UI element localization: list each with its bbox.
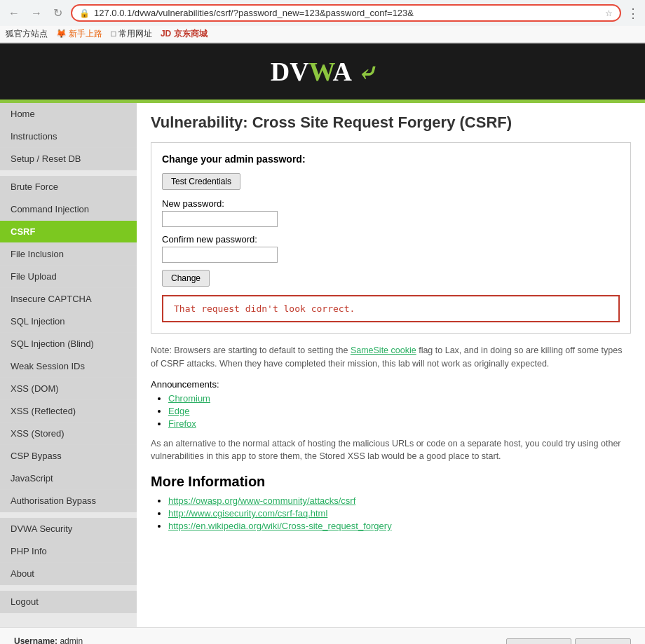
bookmark-common[interactable]: □ 常用网址 bbox=[111, 28, 152, 40]
dvwa-logo: DVWA ⤶ bbox=[13, 56, 632, 87]
sidebar-item-sql-injection[interactable]: SQL Injection bbox=[0, 310, 137, 333]
test-credentials-button[interactable]: Test Credentials bbox=[162, 173, 240, 190]
confirm-password-input[interactable] bbox=[162, 247, 278, 263]
sidebar-item-xss-stored[interactable]: XSS (Stored) bbox=[0, 423, 137, 445]
confirm-password-group: Confirm new password: bbox=[162, 234, 620, 263]
sidebar-item-weak-session-ids[interactable]: Weak Session IDs bbox=[0, 355, 137, 378]
sidebar-item-javascript[interactable]: JavaScript bbox=[0, 467, 137, 490]
bookmark-official[interactable]: 狐官方站点 bbox=[6, 28, 48, 40]
samesite-link[interactable]: SameSite cookie bbox=[351, 345, 416, 355]
address-bar[interactable] bbox=[94, 8, 601, 18]
dvwa-header: DVWA ⤶ bbox=[0, 43, 645, 100]
username-value: admin bbox=[60, 636, 83, 644]
sidebar-item-xss-reflected[interactable]: XSS (Reflected) bbox=[0, 400, 137, 423]
sidebar-item-file-inclusion[interactable]: File Inclusion bbox=[0, 243, 137, 266]
error-message: That request didn't look correct. bbox=[174, 303, 355, 314]
more-info-title: More Information bbox=[151, 474, 631, 490]
sidebar-item-php-info[interactable]: PHP Info bbox=[0, 540, 137, 563]
sidebar-item-brute-force[interactable]: Brute Force bbox=[0, 176, 137, 198]
sidebar-item-sql-injection-blind[interactable]: SQL Injection (Blind) bbox=[0, 333, 137, 355]
sidebar-item-file-upload[interactable]: File Upload bbox=[0, 266, 137, 288]
browser-chrome: ← → ↻ 🔒 ☆ ⋮ 狐官方站点 🦊 新手上路 □ 常用网址 JD 京东商城 bbox=[0, 0, 645, 43]
more-info-item-1: https://owasp.org/www-community/attacks/… bbox=[168, 495, 631, 506]
more-info-item-2: http://www.cgisecurity.com/csrf-faq.html bbox=[168, 508, 631, 519]
lock-icon: 🔒 bbox=[79, 8, 90, 18]
content-area: Vulnerability: Cross Site Request Forger… bbox=[137, 103, 645, 627]
chromium-link[interactable]: Chromium bbox=[168, 393, 210, 404]
more-info-section: More Information https://owasp.org/www-c… bbox=[151, 474, 631, 531]
view-help-button[interactable]: View Help bbox=[575, 638, 631, 644]
edge-link[interactable]: Edge bbox=[168, 406, 189, 416]
footer-username: Username: admin bbox=[14, 635, 113, 644]
alt-attack-text: As an alternative to the normal attack o… bbox=[151, 437, 631, 464]
announcements-title: Announcements: bbox=[151, 379, 631, 390]
menu-button[interactable]: ⋮ bbox=[627, 6, 639, 21]
reload-button[interactable]: ↻ bbox=[50, 5, 65, 21]
firefox-link[interactable]: Firefox bbox=[168, 418, 196, 429]
announcements-section: Announcements: Chromium Edge Firefox bbox=[151, 379, 631, 429]
sidebar-item-instructions[interactable]: Instructions bbox=[0, 125, 137, 148]
sidebar-item-setup[interactable]: Setup / Reset DB bbox=[0, 148, 137, 170]
announcement-edge: Edge bbox=[168, 406, 631, 416]
new-password-input[interactable] bbox=[162, 211, 278, 227]
more-info-link-3[interactable]: https://en.wikipedia.org/wiki/Cross-site… bbox=[168, 521, 392, 531]
view-source-button[interactable]: View Source bbox=[506, 638, 571, 644]
new-password-group: New password: bbox=[162, 198, 620, 227]
username-label: Username: bbox=[14, 636, 57, 644]
notes-text: Note: Browsers are starting to default t… bbox=[151, 344, 631, 371]
csrf-form-box: Change your admin password: Test Credent… bbox=[151, 142, 631, 334]
sidebar-item-csrf[interactable]: CSRF bbox=[0, 221, 137, 243]
sidebar-item-logout[interactable]: Logout bbox=[0, 591, 137, 613]
bookmark-star-icon[interactable]: ☆ bbox=[605, 8, 613, 18]
notes-before-link: Note: Browsers are starting to default t… bbox=[151, 345, 351, 355]
sidebar-item-authorisation-bypass[interactable]: Authorisation Bypass bbox=[0, 490, 137, 512]
announcement-chromium: Chromium bbox=[168, 393, 631, 404]
footer-buttons: View Source View Help bbox=[506, 638, 631, 644]
page-title: Vulnerability: Cross Site Request Forger… bbox=[151, 114, 631, 132]
announcement-firefox: Firefox bbox=[168, 418, 631, 429]
sidebar-item-dvwa-security[interactable]: DVWA Security bbox=[0, 518, 137, 540]
footer-info: Username: admin Security Level: medium L… bbox=[14, 635, 113, 644]
sidebar: Home Instructions Setup / Reset DB Brute… bbox=[0, 103, 137, 627]
back-button[interactable]: ← bbox=[6, 6, 22, 21]
sidebar-item-home[interactable]: Home bbox=[0, 103, 137, 125]
new-password-label: New password: bbox=[162, 198, 620, 209]
bookmark-jd[interactable]: JD 京东商城 bbox=[161, 28, 208, 40]
bookmarks-bar: 狐官方站点 🦊 新手上路 □ 常用网址 JD 京东商城 bbox=[0, 26, 645, 43]
error-box: That request didn't look correct. bbox=[162, 295, 620, 322]
bookmark-newuser[interactable]: 🦊 新手上路 bbox=[56, 28, 102, 40]
sidebar-item-insecure-captcha[interactable]: Insecure CAPTCHA bbox=[0, 288, 137, 310]
form-box-title: Change your admin password: bbox=[162, 153, 620, 165]
more-info-item-3: https://en.wikipedia.org/wiki/Cross-site… bbox=[168, 521, 631, 531]
more-info-link-1[interactable]: https://owasp.org/www-community/attacks/… bbox=[168, 495, 355, 506]
browser-toolbar: ← → ↻ 🔒 ☆ ⋮ bbox=[0, 0, 645, 26]
sidebar-item-about[interactable]: About bbox=[0, 563, 137, 585]
address-bar-container: 🔒 ☆ bbox=[71, 4, 621, 22]
sidebar-item-xss-dom[interactable]: XSS (DOM) bbox=[0, 378, 137, 400]
sidebar-item-command-injection[interactable]: Command Injection bbox=[0, 198, 137, 221]
sidebar-item-csp-bypass[interactable]: CSP Bypass bbox=[0, 445, 137, 467]
more-info-link-2[interactable]: http://www.cgisecurity.com/csrf-faq.html bbox=[168, 508, 327, 519]
confirm-password-label: Confirm new password: bbox=[162, 234, 620, 245]
footer-area: Username: admin Security Level: medium L… bbox=[0, 627, 645, 644]
change-button[interactable]: Change bbox=[162, 270, 210, 287]
forward-button[interactable]: → bbox=[28, 6, 45, 21]
main-layout: Home Instructions Setup / Reset DB Brute… bbox=[0, 103, 645, 627]
